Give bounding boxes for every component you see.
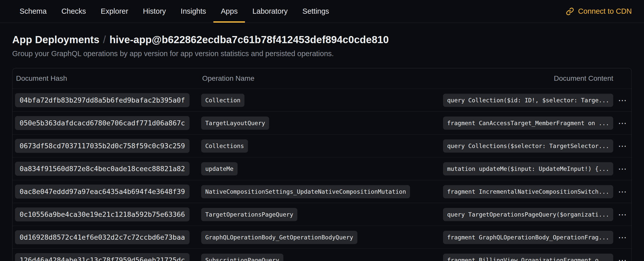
- ellipsis-icon: ⋯: [618, 118, 627, 128]
- top-navigation: Schema Checks Explorer History Insights …: [0, 0, 644, 23]
- document-content: query TargetOperationsPageQuery($organiz…: [443, 208, 613, 221]
- app-deployments-table: Document Hash Operation Name Document Co…: [12, 68, 632, 261]
- table-row: 050e5b363dafdcacd6780e706cadf771d06a867c…: [12, 111, 632, 134]
- ellipsis-icon: ⋯: [618, 209, 627, 220]
- tab-checks[interactable]: Checks: [54, 0, 93, 23]
- table-row: 0a834f91560d872e8c4bec0ade18ceec88821a82…: [12, 157, 632, 180]
- document-hash: 050e5b363dafdcacd6780e706cadf771d06a867c: [15, 116, 189, 130]
- breadcrumb: App Deployments/hive-app@b622862ecdba7c6…: [12, 34, 632, 45]
- operation-name: NativeCompositionSettings_UpdateNativeCo…: [201, 185, 410, 198]
- ellipsis-icon: ⋯: [618, 141, 627, 151]
- table-row: 0d16928d8572c41ef6e032d2c7c72ccbd6e73baa…: [12, 226, 632, 249]
- document-content: fragment GraphQLOperationBody_OperationF…: [443, 231, 613, 244]
- breadcrumb-current-app: hive-app@b622862ecdba7c61b78f412453def89…: [109, 34, 389, 45]
- document-content: query Collections($selector: TargetSelec…: [443, 139, 613, 153]
- app-deployments-table-container: Document Hash Operation Name Document Co…: [12, 68, 632, 261]
- link-icon: [566, 7, 574, 15]
- document-content: query Collection($id: ID!, $selector: Ta…: [443, 94, 613, 107]
- operation-name: Collection: [201, 94, 244, 107]
- ellipsis-icon: ⋯: [618, 255, 627, 261]
- nav-right-section: Connect to CDN: [566, 0, 632, 23]
- document-hash: 0d16928d8572c41ef6e032d2c7c72ccbd6e73baa: [15, 230, 189, 244]
- table-row: 0ac8e047eddd97a97eac6435a4b694f4e3648f39…: [12, 180, 632, 203]
- table-row: 0c10556a9be4ca30e19e21c1218a592b75e63366…: [12, 203, 632, 226]
- row-menu-button[interactable]: ⋯: [616, 232, 629, 243]
- connect-to-cdn-label: Connect to CDN: [578, 7, 632, 15]
- ellipsis-icon: ⋯: [618, 95, 627, 105]
- document-hash: 0c10556a9be4ca30e19e21c1218a592b75e63366: [15, 207, 189, 221]
- tab-explorer[interactable]: Explorer: [93, 0, 136, 23]
- column-header-operation-name: Operation Name: [202, 74, 554, 83]
- document-hash: 0673df58cd7037117035b2d0c758f59c0c93c259: [15, 139, 189, 153]
- operation-name: updateMe: [201, 162, 238, 175]
- connect-to-cdn-button[interactable]: Connect to CDN: [566, 7, 632, 15]
- tab-apps[interactable]: Apps: [213, 0, 245, 23]
- tab-insights[interactable]: Insights: [173, 0, 213, 23]
- operation-name: GraphQLOperationBody_GetOperationBodyQue…: [201, 231, 357, 244]
- ellipsis-icon: ⋯: [618, 187, 627, 197]
- breadcrumb-app-deployments-link[interactable]: App Deployments: [12, 34, 99, 45]
- document-hash: 04bfa72dfb83b297dd8a5b6fed9bafac2b395a0f: [15, 93, 189, 107]
- document-hash: 0ac8e047eddd97a97eac6435a4b694f4e3648f39: [15, 185, 189, 199]
- tab-history[interactable]: History: [136, 0, 173, 23]
- operation-name: Collections: [201, 139, 248, 153]
- document-content: mutation updateMe($input: UpdateMeInput!…: [443, 162, 613, 175]
- table-row: 0673df58cd7037117035b2d0c758f59c0c93c259…: [12, 134, 632, 157]
- row-menu-button[interactable]: ⋯: [616, 140, 629, 152]
- operation-name: SubscriptionPageQuery: [201, 254, 283, 261]
- ellipsis-icon: ⋯: [618, 232, 627, 242]
- page-header: App Deployments/hive-app@b622862ecdba7c6…: [0, 23, 644, 58]
- page-subtitle: Group your GraphQL operations by app ver…: [12, 50, 632, 58]
- column-header-document-hash: Document Hash: [16, 74, 202, 83]
- row-menu-button[interactable]: ⋯: [616, 94, 629, 106]
- table-header-row: Document Hash Operation Name Document Co…: [12, 68, 632, 89]
- document-hash: 126d46a4284abe31c13c78f7959d56eeb21725dc: [15, 253, 189, 261]
- document-content: fragment BillingView_OrganizationFragmen…: [443, 254, 613, 261]
- document-content: fragment CanAccessTarget_MemberFragment …: [443, 117, 613, 130]
- table-row: 04bfa72dfb83b297dd8a5b6fed9bafac2b395a0f…: [12, 89, 632, 111]
- row-menu-button[interactable]: ⋯: [616, 186, 629, 198]
- table-row: 126d46a4284abe31c13c78f7959d56eeb21725dc…: [12, 249, 632, 261]
- nav-tabs: Schema Checks Explorer History Insights …: [12, 0, 336, 23]
- tab-settings[interactable]: Settings: [295, 0, 336, 23]
- breadcrumb-separator: /: [99, 34, 109, 45]
- tab-laboratory[interactable]: Laboratory: [245, 0, 295, 23]
- operation-name: TargetLayoutQuery: [201, 117, 269, 130]
- tab-schema[interactable]: Schema: [12, 0, 54, 23]
- row-menu-button[interactable]: ⋯: [616, 117, 629, 129]
- document-hash: 0a834f91560d872e8c4bec0ade18ceec88821a82: [15, 162, 189, 176]
- operation-name: TargetOperationsPageQuery: [201, 208, 297, 221]
- row-menu-button[interactable]: ⋯: [616, 163, 629, 175]
- row-menu-button[interactable]: ⋯: [616, 254, 629, 261]
- row-menu-button[interactable]: ⋯: [616, 209, 629, 220]
- ellipsis-icon: ⋯: [618, 164, 627, 174]
- document-content: fragment IncrementalNativeCompositionSwi…: [443, 185, 613, 198]
- column-header-document-content: Document Content: [554, 74, 613, 83]
